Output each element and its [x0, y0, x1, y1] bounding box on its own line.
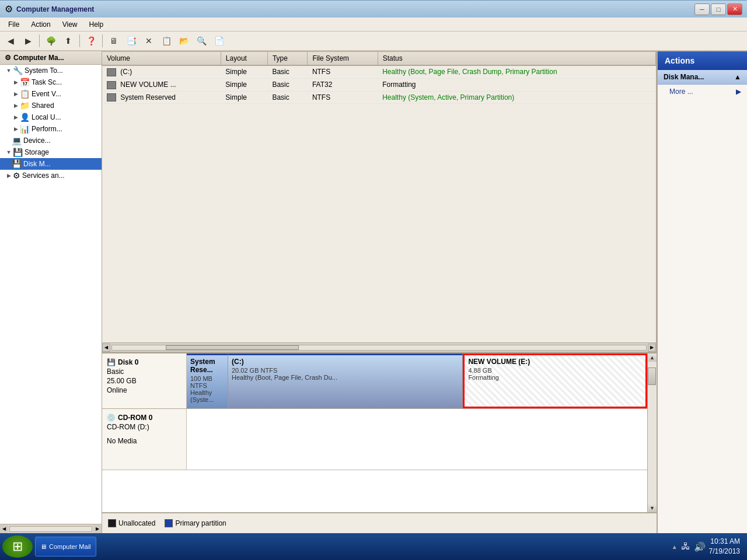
- scroll-left-arrow[interactable]: ◀: [0, 525, 8, 533]
- tray-volume-icon[interactable]: 🔊: [694, 541, 706, 552]
- actions-more-button[interactable]: More ... ▶: [658, 85, 747, 99]
- toolbar-separator-3: [102, 34, 103, 47]
- expand-icon-services[interactable]: ▶: [5, 172, 13, 180]
- tree-h-scrollbar[interactable]: ◀ ▶: [0, 524, 102, 533]
- forward-button[interactable]: ▶: [20, 33, 36, 48]
- tree-scroll-track[interactable]: [9, 526, 92, 532]
- tree-item-event-viewer[interactable]: ▶ 📋 Event V...: [0, 88, 102, 100]
- delete-button[interactable]: ✕: [141, 33, 157, 48]
- volume-fs-c: NTFS: [308, 65, 378, 78]
- volume-status-e: Formatting: [378, 78, 655, 91]
- volumes-table: Volume Layout Type File System Status (C…: [102, 52, 656, 104]
- clock-date: 7/19/2013: [709, 547, 740, 556]
- cdrom0-name: 💿 CD-ROM 0: [107, 414, 181, 422]
- wizard-button[interactable]: 📄: [211, 33, 227, 48]
- disk-view-scrollbar[interactable]: ▲ ▼: [647, 354, 657, 512]
- expand-icon-system-tools[interactable]: ▼: [5, 66, 13, 75]
- toolbar-separator-1: [39, 34, 40, 47]
- table-row[interactable]: NEW VOLUME ... Simple Basic FAT32 Format…: [102, 78, 656, 91]
- tree-item-storage[interactable]: ▼ 💾 Storage: [0, 146, 102, 158]
- search-button[interactable]: 🔍: [193, 33, 210, 48]
- system-tools-label: System To...: [25, 66, 63, 75]
- table-area: Volume Layout Type File System Status (C…: [102, 51, 657, 352]
- minimize-button[interactable]: ─: [694, 4, 710, 15]
- export-button[interactable]: 📂: [176, 33, 192, 48]
- tree-item-disk-management[interactable]: 💾 Disk M...: [0, 158, 102, 170]
- window-title: Computer Management: [16, 5, 694, 13]
- maximize-button[interactable]: □: [711, 4, 726, 15]
- h-scroll-thumb[interactable]: [166, 345, 299, 350]
- start-button[interactable]: ⊞: [2, 536, 33, 558]
- performance-label: Perform...: [32, 125, 62, 133]
- partition-c[interactable]: (C:) 20.02 GB NTFS Healthy (Boot, Page F…: [228, 354, 463, 408]
- col-layout[interactable]: Layout: [221, 52, 267, 65]
- expand-icon-storage[interactable]: ▼: [5, 148, 13, 156]
- menu-help[interactable]: Help: [83, 19, 110, 30]
- h-scroll-right[interactable]: ▶: [648, 344, 656, 352]
- disk-rows-inner: 💾 Disk 0 Basic 25.00 GB Online System Re…: [102, 354, 647, 512]
- tray-show-hidden[interactable]: ▲: [672, 544, 678, 550]
- cdrom0-row: 💿 CD-ROM 0 CD-ROM (D:) No Media: [102, 409, 647, 470]
- tree-item-device-manager[interactable]: 💻 Device...: [0, 135, 102, 146]
- up-one-level-button[interactable]: ⬆: [60, 33, 76, 48]
- disk-scroll-up[interactable]: ▲: [648, 354, 657, 362]
- back-button[interactable]: ◀: [2, 33, 19, 48]
- menu-view[interactable]: View: [57, 19, 83, 30]
- show-hide-console-tree-button[interactable]: 🌳: [43, 33, 59, 48]
- expand-icon-task[interactable]: ▶: [12, 78, 20, 86]
- tree-item-local-users[interactable]: ▶ 👤 Local U...: [0, 111, 102, 123]
- tray-area: ▲ 🖧 🔊 10:31 AM 7/19/2013: [672, 537, 745, 556]
- disk0-partitions: System Rese... 100 MB NTFS Healthy (Syst…: [187, 354, 647, 408]
- partition-sys-reserved[interactable]: System Rese... 100 MB NTFS Healthy (Syst…: [187, 354, 228, 408]
- partition-new-volume[interactable]: NEW VOLUME (E:) 4.88 GB Formatting: [463, 354, 647, 408]
- h-scroll-left[interactable]: ◀: [102, 344, 110, 352]
- c-drive-name: (C:): [232, 358, 459, 366]
- table-h-scrollbar[interactable]: ◀ ▶: [102, 342, 656, 352]
- tree-item-task-scheduler[interactable]: ▶ 📅 Task Sc...: [0, 76, 102, 88]
- col-filesystem[interactable]: File System: [308, 52, 378, 65]
- system-clock[interactable]: 10:31 AM 7/19/2013: [709, 537, 740, 556]
- disk0-state: Online: [107, 386, 181, 394]
- help-button[interactable]: ❓: [83, 33, 99, 48]
- col-volume[interactable]: Volume: [102, 52, 221, 65]
- cdrom-media: No Media: [107, 437, 181, 445]
- scroll-right-arrow[interactable]: ▶: [93, 525, 102, 533]
- tree-item-system-tools[interactable]: ▼ 🔧 System To...: [0, 65, 102, 76]
- close-button[interactable]: ✕: [727, 4, 742, 15]
- volume-name-c: (C:): [102, 65, 221, 78]
- legend-bar: Unallocated Primary partition: [102, 512, 657, 533]
- table-row[interactable]: System Reserved Simple Basic NTFS Health…: [102, 91, 656, 104]
- taskbar-item-computer-mail[interactable]: 🖥 Computer Mail: [35, 537, 96, 556]
- legend-primary: Primary partition: [165, 519, 226, 527]
- expand-icon-users[interactable]: ▶: [12, 113, 20, 121]
- tree-item-shared[interactable]: ▶ 📁 Shared: [0, 100, 102, 111]
- menu-action[interactable]: Action: [25, 19, 56, 30]
- h-scroll-track[interactable]: [111, 345, 647, 351]
- device-manager-icon: 💻: [12, 136, 22, 145]
- menu-file[interactable]: File: [2, 19, 25, 30]
- expand-icon-event[interactable]: ▶: [12, 90, 20, 98]
- disk0-name: 💾 Disk 0: [107, 358, 181, 366]
- volume-status-c: Healthy (Boot, Page File, Crash Dump, Pr…: [378, 65, 655, 78]
- actions-header: Actions: [658, 51, 747, 70]
- tree-item-performance[interactable]: ▶ 📊 Perform...: [0, 123, 102, 135]
- col-status[interactable]: Status: [378, 52, 655, 65]
- expand-icon-shared[interactable]: ▶: [12, 102, 20, 110]
- col-type[interactable]: Type: [267, 52, 307, 65]
- table-row[interactable]: (C:) Simple Basic NTFS Healthy (Boot, Pa…: [102, 65, 656, 78]
- disk-scroll-thumb[interactable]: [648, 368, 656, 385]
- actions-section-disk-management[interactable]: Disk Mana... ▲: [658, 70, 747, 85]
- menu-bar: File Action View Help: [0, 18, 747, 32]
- new-window-button[interactable]: 🖥: [106, 33, 122, 48]
- unallocated-label: Unallocated: [118, 519, 155, 527]
- table-scroll[interactable]: Volume Layout Type File System Status (C…: [102, 52, 656, 342]
- volume-icon-e: [107, 81, 116, 89]
- disk-scroll-track[interactable]: [648, 362, 657, 504]
- volume-fs-sys: NTFS: [308, 91, 378, 104]
- tree-item-services[interactable]: ▶ ⚙ Services an...: [0, 170, 102, 181]
- properties-button[interactable]: 📋: [158, 33, 174, 48]
- new-taskpad-button[interactable]: 📑: [123, 33, 139, 48]
- taskbar-item-label: Computer Mail: [49, 543, 91, 550]
- disk-scroll-down[interactable]: ▼: [648, 504, 657, 512]
- expand-icon-perf[interactable]: ▶: [12, 125, 20, 133]
